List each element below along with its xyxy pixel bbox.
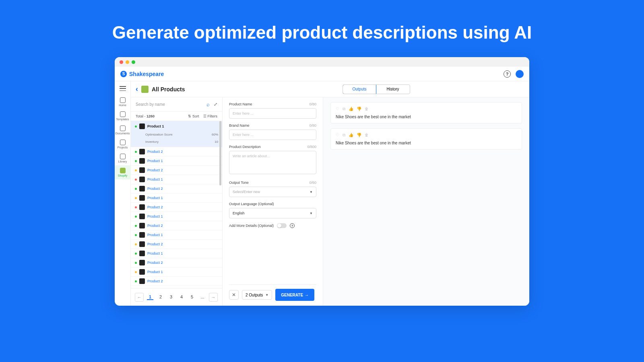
next-page-button[interactable]: → <box>209 293 218 302</box>
product-row[interactable]: Product 1 <box>131 230 222 240</box>
product-thumb-icon <box>139 195 145 201</box>
trash-icon[interactable]: 🗑 <box>365 107 369 111</box>
page-header: ‹ All Products Outputs History <box>131 81 529 97</box>
brand-name-count: 0/80 <box>309 123 316 128</box>
outputs-panel: ♡ ⧉ 👍 👎 🗑 Nike Shoes are the best one in… <box>323 97 529 306</box>
product-row[interactable]: Product 1 <box>131 193 222 203</box>
heart-icon[interactable]: ♡ <box>336 133 339 138</box>
product-thumb-icon <box>139 223 145 228</box>
generate-button[interactable]: GENERATE→ <box>275 289 314 301</box>
page-number[interactable]: 1 <box>147 294 153 300</box>
thumbs-up-icon[interactable]: 👍 <box>349 133 353 138</box>
brand[interactable]: S Shakespeare <box>120 71 164 77</box>
thumbs-up-icon[interactable]: 👍 <box>349 107 353 111</box>
product-name-input[interactable] <box>229 108 316 119</box>
projects-icon <box>120 140 126 145</box>
scrollbar[interactable] <box>219 121 221 185</box>
description-input[interactable] <box>229 151 316 174</box>
page-number[interactable]: 4 <box>178 294 185 300</box>
avatar[interactable] <box>516 70 524 78</box>
expand-icon[interactable]: ⤢ <box>214 102 217 107</box>
thumbs-down-icon[interactable]: 👎 <box>357 107 361 111</box>
page-number[interactable]: 5 <box>189 294 195 300</box>
product-thumb-icon <box>139 204 145 210</box>
copy-icon[interactable]: ⧉ <box>343 133 345 138</box>
maximize-dot[interactable] <box>132 60 135 64</box>
close-form-button[interactable]: ✕ <box>229 290 239 300</box>
product-thumb-icon <box>139 260 145 265</box>
sort-button[interactable]: ⇅Sort <box>188 114 199 118</box>
prev-page-button[interactable]: ← <box>135 293 144 302</box>
tone-select[interactable]: Select/Enter new▼ <box>229 187 316 197</box>
outputs-count-select[interactable]: 2 Outputs▼ <box>242 290 272 300</box>
sidebar-item-shopify[interactable]: Shopify <box>115 165 131 179</box>
sidebar-label: Projects <box>118 146 128 149</box>
product-row[interactable]: Product 2 <box>131 277 222 286</box>
sidebar-label: Documents <box>116 132 130 135</box>
output-text: Nike Shoes are the best one in the marke… <box>336 141 517 145</box>
tone-count: 0/60 <box>309 181 316 185</box>
sidebar-item-projects[interactable]: Projects <box>115 137 131 151</box>
heart-icon[interactable]: ♡ <box>336 107 339 111</box>
app-window: S Shakespeare ? Home Templates Documents… <box>115 57 529 306</box>
product-row[interactable]: Product 2 <box>131 166 222 175</box>
filters-button[interactable]: ☰Filters <box>203 114 218 118</box>
product-row[interactable]: Product 1 <box>131 249 222 258</box>
tab-history[interactable]: History <box>376 85 410 94</box>
product-row-selected[interactable]: Product 1 Optimization Score60% Inventor… <box>131 121 222 147</box>
product-thumb-icon <box>139 278 145 284</box>
sidebar-item-home[interactable]: Home <box>115 95 131 109</box>
product-row[interactable]: Product 2 <box>131 147 222 156</box>
product-row[interactable]: Product 2 <box>131 240 222 249</box>
search-icon[interactable]: ⌕ <box>206 101 210 107</box>
arrow-right-icon: → <box>305 293 309 297</box>
product-list-panel: ⌕ ⤢ Total - 1260 ⇅Sort ☰Filters Product … <box>131 97 223 306</box>
help-icon[interactable]: ? <box>290 223 295 228</box>
product-row[interactable]: Product 1 <box>131 156 222 166</box>
tab-outputs[interactable]: Outputs <box>343 84 376 94</box>
tone-label: Output Tone <box>229 181 249 185</box>
home-icon <box>120 97 126 103</box>
copy-icon[interactable]: ⧉ <box>343 107 345 111</box>
page-number[interactable]: 3 <box>168 294 174 300</box>
library-icon <box>120 154 126 159</box>
more-details-toggle[interactable] <box>277 223 287 228</box>
product-row[interactable]: Product 2 <box>131 221 222 230</box>
product-thumb-icon <box>139 214 145 219</box>
product-row[interactable]: Product 1 <box>131 267 222 277</box>
hamburger-icon[interactable] <box>120 86 126 91</box>
sidebar-label: Shopify <box>118 174 127 177</box>
trash-icon[interactable]: 🗑 <box>365 133 369 138</box>
back-chevron-icon[interactable]: ‹ <box>136 85 138 93</box>
output-card: ♡ ⧉ 👍 👎 🗑 Nike Shoes are the best one in… <box>330 102 522 123</box>
output-history-tabs: Outputs History <box>343 84 410 94</box>
search-input[interactable] <box>136 102 202 107</box>
close-dot[interactable] <box>120 60 123 64</box>
product-thumb-icon <box>139 177 145 182</box>
product-name-label: Product Name <box>229 102 252 106</box>
product-thumb-icon <box>139 158 145 164</box>
sidebar-item-documents[interactable]: Documents <box>115 123 131 137</box>
hero-title: Generate optimized product descriptions … <box>0 0 644 57</box>
help-icon[interactable]: ? <box>504 70 511 78</box>
product-row[interactable]: Product 1 <box>131 212 222 221</box>
window-titlebar <box>115 57 529 67</box>
minimize-dot[interactable] <box>126 60 129 64</box>
page-number[interactable]: ... <box>199 294 206 300</box>
page-number[interactable]: 2 <box>157 294 164 300</box>
product-row[interactable]: Product 1 <box>131 175 222 184</box>
sidebar-item-library[interactable]: Library <box>115 151 131 165</box>
product-row[interactable]: Product 2 <box>131 203 222 212</box>
caret-down-icon: ▼ <box>310 190 313 194</box>
sidebar-label: Templates <box>116 118 129 121</box>
language-select[interactable]: English▼ <box>229 208 316 218</box>
sidebar-item-templates[interactable]: Templates <box>115 109 131 123</box>
product-row[interactable]: Product 2 <box>131 184 222 193</box>
brand-name-input[interactable] <box>229 130 316 140</box>
product-row[interactable]: Product 2 <box>131 258 222 267</box>
thumbs-down-icon[interactable]: 👎 <box>357 133 361 138</box>
more-details-label: Add More Details (Optional) <box>229 224 274 228</box>
product-name-count: 0/80 <box>309 102 316 106</box>
filters-icon: ☰ <box>203 114 206 118</box>
page-title: All Products <box>152 86 185 93</box>
